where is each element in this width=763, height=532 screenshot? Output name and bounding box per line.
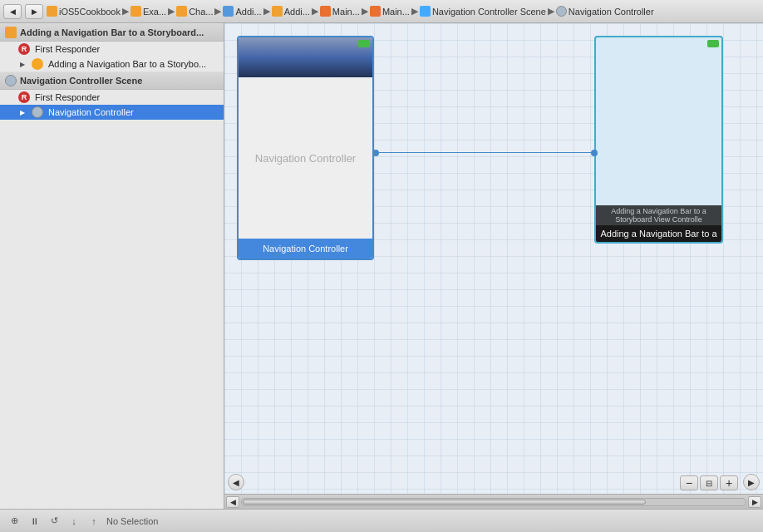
hscroll-track[interactable] <box>241 498 746 506</box>
crumb-9[interactable]: Navigation Controller <box>556 6 654 17</box>
storyboard-section-label: Adding a Navigation Bar to a Storyboard.… <box>20 27 204 37</box>
sidebar-item-first-responder-1[interactable]: R First Responder <box>0 42 224 57</box>
view-ctrl-sublabel: Adding a Navigation Bar to a Storyboard … <box>596 205 721 225</box>
canvas-area[interactable]: Navigation Controller Navigation Control… <box>224 23 763 494</box>
nav-forward-btn[interactable]: ▶ <box>25 4 43 19</box>
nav-ctrl-header <box>239 37 372 77</box>
nav-ctrl-center-label: Navigation Controller <box>255 152 356 165</box>
horizontal-scrollbar: ◀ ▶ <box>224 494 763 509</box>
nav-controller-label: Navigation Controller <box>48 107 134 117</box>
zoom-fit-btn[interactable]: ⊟ <box>700 475 718 490</box>
status-bar: ⊕ ⏸ ↺ ↓ ↑ No Selection <box>0 509 763 532</box>
nav-ctrl-title-text: Navigation Controller <box>263 244 348 254</box>
status-down-btn[interactable]: ↓ <box>66 514 81 529</box>
sidebar-item-nav-controller[interactable]: ▶ Navigation Controller <box>0 105 224 120</box>
main-area: Adding a Navigation Bar to a Storyboard.… <box>0 23 763 509</box>
first-responder-2-label: First Responder <box>35 92 100 102</box>
crumb-2[interactable]: Exa... <box>130 6 166 17</box>
crumb-8[interactable]: Navigation Controller Scene <box>420 6 546 17</box>
nav-ctrl-section-label: Navigation Controller Scene <box>20 76 142 86</box>
responder-icon-1: R <box>18 43 30 55</box>
storyboard-item-label: Adding a Navigation Bar to a Storybo... <box>48 59 206 69</box>
canvas-scroll-left-btn[interactable]: ◀ <box>228 474 244 490</box>
nav-ctrl-item-icon <box>32 106 43 118</box>
crumb-3[interactable]: Cha... <box>176 6 213 17</box>
hscroll-left-btn[interactable]: ◀ <box>226 496 239 508</box>
storyboard-section-icon <box>5 27 17 38</box>
status-pause-btn[interactable]: ⏸ <box>27 514 42 529</box>
hscroll-right-btn[interactable]: ▶ <box>748 496 761 508</box>
toolbar: ◀ ▶ iOS5Cookbook ▶ Exa... ▶ Cha... ▶ Add… <box>0 0 763 23</box>
view-ctrl-title-bar: Adding a Navigation Bar to a <box>596 225 721 242</box>
status-up-btn[interactable]: ↑ <box>86 514 101 529</box>
status-text: No Selection <box>106 516 756 526</box>
sidebar-item-storyboard[interactable]: ▶ Adding a Navigation Bar to a Storybo..… <box>0 57 224 71</box>
zoom-in-btn[interactable]: + <box>720 475 738 490</box>
first-responder-1-label: First Responder <box>35 44 100 54</box>
storyboard-section-header: Adding a Navigation Bar to a Storyboard.… <box>0 23 224 42</box>
canvas-container: Navigation Controller Navigation Control… <box>224 23 763 509</box>
crumb-5[interactable]: Addi... <box>272 6 310 17</box>
connector-left-dot <box>372 150 379 156</box>
view-ctrl-card[interactable]: Adding a Navigation Bar to a Storyboard … <box>594 36 723 244</box>
crumb-1[interactable]: iOS5Cookbook <box>47 6 121 17</box>
nav-ctrl-scene-section: Navigation Controller Scene R First Resp… <box>0 71 224 120</box>
connector-right-dot <box>591 150 598 156</box>
status-add-btn[interactable]: ⊕ <box>7 514 22 529</box>
nav-ctrl-body: Navigation Controller <box>239 77 372 239</box>
responder-icon-2: R <box>18 91 30 103</box>
crumb-7[interactable]: Main... <box>370 6 410 17</box>
storyboard-scene-section: Adding a Navigation Bar to a Storyboard.… <box>0 23 224 71</box>
storyboard-item-icon <box>32 58 43 70</box>
hscroll-thumb[interactable] <box>243 500 646 505</box>
sidebar-item-first-responder-2[interactable]: R First Responder <box>0 90 224 105</box>
zoom-out-btn[interactable]: − <box>680 475 698 490</box>
expand-arrow-storyboard: ▶ <box>18 60 27 68</box>
nav-ctrl-section-header: Navigation Controller Scene <box>0 71 224 90</box>
nav-ctrl-card[interactable]: Navigation Controller Navigation Control… <box>237 36 374 260</box>
crumb-4[interactable]: Addi... <box>223 6 261 17</box>
view-ctrl-body <box>596 37 721 205</box>
canvas-scroll-right-btn[interactable]: ▶ <box>743 474 760 490</box>
connector-line <box>376 152 594 153</box>
sidebar: Adding a Navigation Bar to a Storyboard.… <box>0 23 224 509</box>
status-refresh-btn[interactable]: ↺ <box>47 514 62 529</box>
nav-back-btn[interactable]: ◀ <box>3 4 22 19</box>
expand-arrow-nav: ▶ <box>18 108 27 116</box>
crumb-6[interactable]: Main... <box>320 6 360 17</box>
nav-ctrl-title-bar: Navigation Controller <box>239 239 372 259</box>
nav-ctrl-section-icon <box>5 75 17 86</box>
view-ctrl-corner-icon <box>707 40 719 47</box>
nav-ctrl-corner-icon <box>358 40 370 47</box>
zoom-controls: − ⊟ + <box>680 475 738 490</box>
breadcrumb: iOS5Cookbook ▶ Exa... ▶ Cha... ▶ Addi...… <box>47 6 760 17</box>
